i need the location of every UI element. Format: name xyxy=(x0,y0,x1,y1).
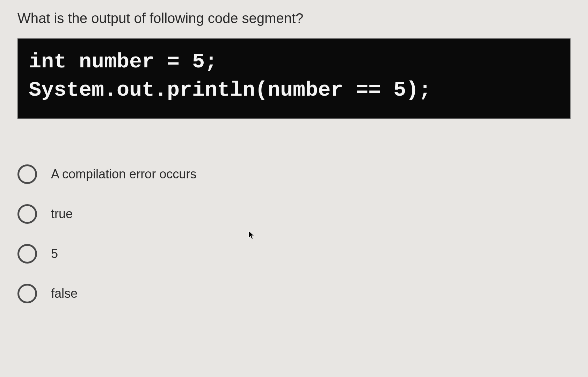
option-5[interactable]: 5 xyxy=(17,244,571,264)
question-prompt: What is the output of following code seg… xyxy=(17,10,571,26)
radio-icon xyxy=(17,164,37,184)
option-false[interactable]: false xyxy=(17,284,571,303)
radio-icon xyxy=(17,244,37,264)
options-group: A compilation error occurs true 5 false xyxy=(17,164,571,303)
radio-icon xyxy=(17,284,37,303)
option-label: A compilation error occurs xyxy=(51,167,196,182)
radio-icon xyxy=(17,204,37,224)
option-label: false xyxy=(51,286,78,301)
option-true[interactable]: true xyxy=(17,204,571,224)
option-label: true xyxy=(51,207,73,221)
code-block: int number = 5; System.out.println(numbe… xyxy=(17,38,571,119)
option-label: 5 xyxy=(51,246,58,261)
option-compilation-error[interactable]: A compilation error occurs xyxy=(17,164,571,184)
